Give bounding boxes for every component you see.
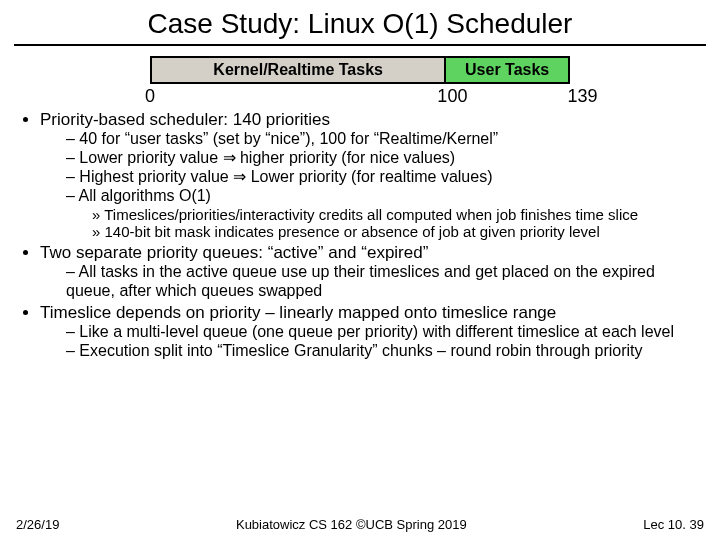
footer-right: Lec 10. 39 <box>643 517 704 532</box>
prio-num-100: 100 <box>437 86 467 107</box>
footer-date: 2/26/19 <box>16 517 59 532</box>
user-tasks-cell: User Tasks <box>446 58 568 82</box>
bullet-3: Timeslice depends on priority – linearly… <box>40 303 702 361</box>
slide-title: Case Study: Linux O(1) Scheduler <box>0 0 720 44</box>
priority-bar: Kernel/Realtime Tasks User Tasks 0 100 1… <box>150 56 570 108</box>
bullet-1d2: 140-bit bit mask indicates presence or a… <box>92 223 702 241</box>
footer-center: Kubiatowicz CS 162 ©UCB Spring 2019 <box>236 517 467 532</box>
kernel-tasks-cell: Kernel/Realtime Tasks <box>152 58 446 82</box>
bullet-3a: Like a multi-level queue (one queue per … <box>66 323 702 342</box>
bullet-1a: 40 for “user tasks” (set by “nice”), 100… <box>66 130 702 149</box>
prio-num-0: 0 <box>145 86 155 107</box>
bullet-1d: All algorithms O(1) Timeslices/prioritie… <box>66 187 702 241</box>
bullet-1: Priority-based scheduler: 140 priorities… <box>40 110 702 241</box>
bullet-1d1: Timeslices/priorities/interactivity cred… <box>92 206 702 224</box>
footer: 2/26/19 Kubiatowicz CS 162 ©UCB Spring 2… <box>0 517 720 532</box>
bullet-2a: All tasks in the active queue use up the… <box>66 263 702 301</box>
bullet-1b: Lower priority value ⇒ higher priority (… <box>66 149 702 168</box>
title-rule <box>14 44 706 46</box>
prio-num-139: 139 <box>568 86 598 107</box>
bullet-1c: Highest priority value ⇒ Lower priority … <box>66 168 702 187</box>
bullet-3b: Execution split into “Timeslice Granular… <box>66 342 702 361</box>
body-content: Priority-based scheduler: 140 priorities… <box>0 110 720 361</box>
bullet-2: Two separate priority queues: “active” a… <box>40 243 702 301</box>
